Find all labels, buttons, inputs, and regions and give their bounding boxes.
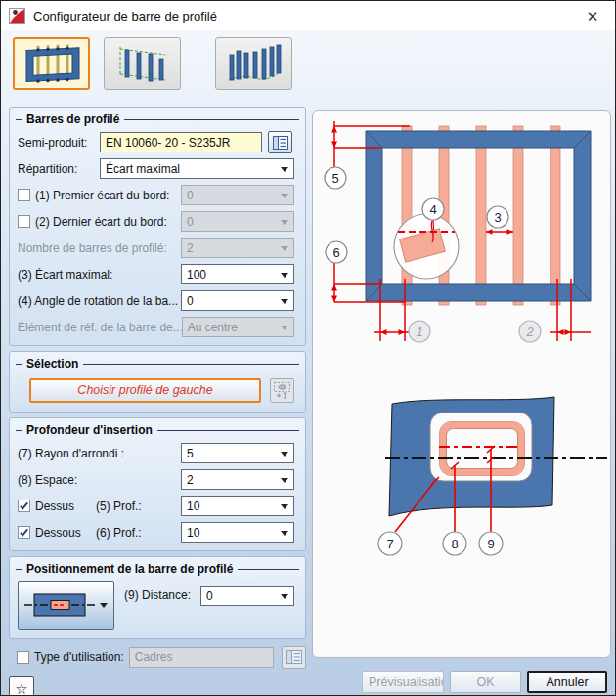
usage-type-checkbox[interactable] [17,651,29,664]
bars-on-curve-icon [223,41,286,86]
group-title-selection: Sélection [26,357,78,370]
chevron-down-icon [281,504,288,509]
corner-radius-label: (7) Rayon d'arrondi : [18,447,124,460]
callout-7: 7 [386,537,393,551]
distance-select[interactable]: 0 [200,586,294,606]
first-gap-row: (1) Premier écart du bord: 0 [10,182,305,208]
rotation-angle-row: (4) Angle de rotation de la ba... 0 [10,287,305,314]
space-row: (8) Espace: 2 [10,466,305,493]
semi-product-catalog-button[interactable] [268,131,292,153]
group-insertion-depth: Profondeur d'insertion (7) Rayon d'arron… [9,417,306,551]
first-gap-checkbox[interactable] [18,189,30,201]
check-icon [19,527,29,538]
cross-section-view [385,397,607,516]
preview-button: Prévisualisatio [362,671,444,693]
titlebar: Configurateur de barre de profilé ✕ [1,1,615,30]
callout-1: 1 [416,325,422,339]
eye-identify-icon [274,382,290,399]
footer: Prévisualisatio OK Annuler [1,671,607,693]
bottom-depth-row: Dessous (6) Prof.: 10 [10,519,305,545]
usage-type-field: Cadres [129,647,275,668]
top-checkbox[interactable] [18,500,30,512]
reference-element-row: Élément de réf. de la barre de... Au cen… [10,314,305,340]
app-icon [9,8,25,24]
settings-panel: Barres de profilé Semi-produit: EN 10060… [9,107,306,696]
preview-diagram: 5 4 3 6 1 2 [313,111,610,657]
callout-8: 8 [451,537,458,551]
semi-product-label: Semi-produit: [18,136,100,150]
group-profile-bars: Barres de profilé Semi-produit: EN 10060… [9,107,306,346]
top-depth-row: Dessus (5) Prof.: 10 [10,493,305,519]
callout-4: 4 [429,202,436,217]
distance-label: (9) Distance: [124,588,191,602]
bottom-checkbox[interactable] [18,526,30,539]
max-gap-row: (3) Écart maximal: 100 [10,261,305,287]
tab-frame-with-bars[interactable] [13,37,90,90]
chevron-down-icon [281,273,288,278]
catalog-icon [286,650,302,664]
reference-element-select: Au centre [182,317,294,337]
chevron-down-icon [281,194,288,198]
bottom-depth-label: (6) Prof.: [96,526,142,540]
group-title-profile-bars: Barres de profilé [26,112,119,126]
callout-6: 6 [332,245,339,260]
max-gap-label: (3) Écart maximal: [18,268,112,282]
top-depth-label: (5) Prof.: [96,500,142,513]
catalog-icon [273,136,288,150]
dialog-body: Barres de profilé Semi-produit: EN 10060… [1,30,615,695]
callout-3: 3 [494,210,501,225]
usage-type-label: Type d'utilisation: [34,650,123,664]
callouts-inactive: 1 2 [409,321,541,342]
check-icon [19,500,29,511]
chevron-down-icon [281,531,288,536]
position-mode-dropdown[interactable] [18,581,114,630]
usage-catalog-button [282,646,306,669]
corner-radius-select[interactable]: 5 [181,443,294,463]
repartition-label: Répartition: [18,162,100,176]
chevron-down-icon [281,167,288,172]
semi-product-field[interactable]: EN 10060- 20 - S235JR [100,132,262,152]
space-label: (8) Espace: [18,473,77,487]
frame-with-bars-icon [19,41,85,86]
preview-panel: 5 4 3 6 1 2 [312,110,611,658]
bottom-depth-select[interactable]: 10 [181,522,294,543]
space-select[interactable]: 2 [181,469,294,490]
cancel-button[interactable]: Annuler [527,671,607,693]
rotation-angle-select[interactable]: 0 [181,290,294,311]
frame-front-view [366,126,591,305]
chevron-down-icon [281,299,288,304]
max-gap-select[interactable]: 100 [181,264,294,284]
profile-bar-configurator-dialog: Configurateur de barre de profilé ✕ [0,0,616,696]
tab-bars-on-plane[interactable] [104,37,181,90]
semi-product-row: Semi-produit: EN 10060- 20 - S235JR [10,129,305,155]
first-gap-label: (1) Premier écart du bord: [35,189,169,202]
reference-element-label: Élément de réf. de la barre de... [18,321,182,334]
rotation-detail-circle [394,214,459,279]
group-bar-positioning: Positionnement de la barre de profilé (9… [9,556,306,639]
bar-count-row: Nombre de barres de profilé: 2 [10,235,305,261]
selection-row: Choisir profilé de gauche [10,373,305,407]
centered-bar-position-icon [24,587,95,623]
positioning-row: (9) Distance: 0 [10,579,305,633]
tab-bars-on-curve[interactable] [215,37,292,90]
choose-left-profile-button[interactable]: Choisir profilé de gauche [29,378,261,403]
last-gap-select: 0 [181,211,294,232]
top-depth-select[interactable]: 10 [181,496,294,516]
repartition-select[interactable]: Écart maximal [100,158,294,179]
group-selection: Sélection Choisir profilé de gauche [9,351,306,413]
top-label: Dessus [35,500,96,513]
bar-count-label: Nombre de barres de profilé: [18,241,167,255]
identify-profile-button [270,378,294,403]
bar-count-select: 2 [181,238,294,258]
window-title: Configurateur de barre de profilé [33,9,578,23]
close-icon[interactable]: ✕ [578,3,607,28]
last-gap-row: (2) Dernier écart du bord: 0 [10,208,305,235]
rotation-angle-label: (4) Angle de rotation de la ba... [18,294,178,308]
bars-on-plane-icon [112,41,173,86]
last-gap-checkbox[interactable] [18,215,30,228]
chevron-down-icon [281,452,288,457]
repartition-row: Répartition: Écart maximal [10,155,305,182]
chevron-down-icon [100,603,108,608]
usage-type-row: Type d'utilisation: Cadres [9,644,306,670]
chevron-down-icon [281,246,288,251]
